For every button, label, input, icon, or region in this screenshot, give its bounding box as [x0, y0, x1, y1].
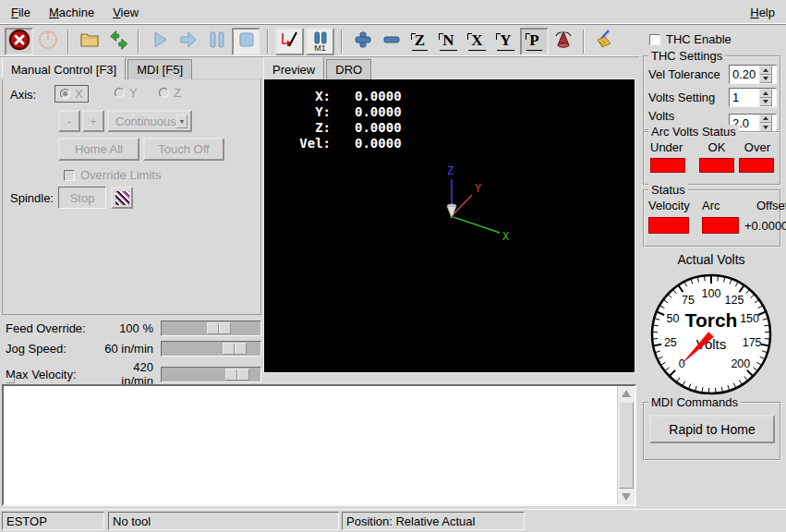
slider-thumb[interactable] — [207, 322, 231, 334]
gcode-scrollbar[interactable] — [617, 386, 635, 504]
spindle-stop-button[interactable]: Stop — [58, 187, 106, 209]
toolbar-separator — [583, 30, 585, 54]
tool-status: No tool — [108, 512, 339, 530]
gauge-dial: 0255075100125150175200TorchVolts — [646, 269, 777, 400]
slider-thumb[interactable] — [223, 343, 247, 355]
spin-down-button[interactable] — [759, 98, 772, 107]
max-velocity-slider[interactable] — [161, 367, 261, 382]
reload-icon — [107, 29, 129, 54]
left-tab-bar: Manual Control [F3] MDI [F5] — [2, 58, 194, 79]
axis-radio-y[interactable]: Y — [110, 85, 142, 101]
jog-minus-button[interactable]: - — [58, 110, 80, 132]
under-indicator — [650, 158, 685, 173]
arrow-up-icon — [763, 116, 768, 120]
scroll-down-button[interactable] — [618, 490, 635, 504]
tab-dro[interactable]: DRO — [326, 59, 371, 79]
chevron-down-icon: ▼ — [176, 115, 187, 128]
feed-override-row: Feed Override: 100 % — [4, 320, 261, 336]
preview-canvas[interactable]: X:0.0000 Y:0.0000 Z:0.0000 Vel:0.0000 Z … — [263, 79, 635, 373]
pane-sash-grip[interactable] — [6, 378, 15, 383]
svg-text:125: 125 — [725, 294, 744, 307]
menu-machine[interactable]: Machine — [40, 2, 103, 23]
checkbox-icon — [64, 170, 75, 181]
mdi-commands-title: MDI Commands — [648, 395, 741, 409]
view-perspective-icon: P — [526, 31, 542, 51]
view-z-button[interactable]: Z — [405, 28, 434, 55]
slider-thumb[interactable] — [225, 369, 249, 381]
skip-lines-toggle[interactable] — [275, 28, 304, 55]
dro-x-value: 0.0000 — [355, 89, 402, 104]
stop-square-icon — [236, 29, 258, 54]
axis-radio-x[interactable]: X — [54, 85, 89, 103]
scrollbar-thumb[interactable] — [619, 402, 634, 489]
reload-button[interactable] — [103, 28, 132, 55]
menu-help[interactable]: Help — [741, 2, 784, 23]
zoom-in-button[interactable] — [348, 28, 377, 55]
tab-manual-control[interactable]: Manual Control [F3] — [2, 57, 126, 79]
mdi-commands-group: MDI Commands Rapid to Home — [643, 402, 781, 461]
open-file-button[interactable] — [75, 28, 103, 55]
svg-text:75: 75 — [682, 294, 695, 307]
view-z-rotated-button[interactable]: N — [434, 28, 463, 55]
spin-arrows — [759, 66, 772, 83]
svg-text:200: 200 — [731, 357, 750, 370]
dro-row-vel: Vel:0.0000 — [288, 136, 402, 151]
gcode-listing[interactable] — [2, 384, 636, 506]
svg-text:0: 0 — [679, 357, 685, 370]
touch-off-button[interactable]: Touch Off — [143, 138, 224, 161]
menu-view[interactable]: View — [103, 2, 148, 23]
menu-help-label: Help — [750, 6, 775, 19]
preview-panel: Preview DRO X:0.0000 Y:0.0000 Z:0.0000 V… — [263, 58, 636, 374]
view-z-rotated-icon: N — [439, 31, 457, 51]
feed-override-value: 100 % — [100, 321, 161, 335]
view-y-button[interactable]: Y — [491, 28, 520, 55]
scroll-up-button[interactable] — [618, 386, 635, 401]
home-all-button[interactable]: Home All — [58, 138, 139, 161]
rapid-to-home-button[interactable]: Rapid to Home — [649, 415, 775, 443]
axis-label: Axis: — [10, 88, 36, 102]
spin-up-button[interactable] — [759, 89, 772, 98]
vel-tolerance-input[interactable] — [730, 66, 759, 83]
step-button[interactable] — [174, 28, 202, 55]
spin-arrows — [759, 115, 772, 132]
arc-label: Arc — [702, 199, 744, 212]
feed-override-slider[interactable] — [161, 320, 261, 336]
spin-up-button[interactable] — [759, 115, 772, 124]
axis-radio-z[interactable]: Z — [154, 85, 186, 101]
arrow-down-icon — [622, 493, 631, 501]
machine-power-button[interactable] — [33, 28, 62, 55]
volts-setting-input[interactable] — [730, 89, 759, 106]
clear-plot-button[interactable] — [590, 28, 619, 55]
tab-preview[interactable]: Preview — [263, 57, 324, 79]
tab-mdi[interactable]: MDI [F5] — [127, 59, 192, 79]
optional-stop-m1-toggle[interactable]: M1 — [306, 28, 334, 55]
axis-radio-x-label: X — [75, 87, 83, 101]
jog-plus-button[interactable]: + — [82, 110, 104, 132]
menu-file-label: File — [11, 6, 30, 19]
stop-button[interactable] — [232, 28, 260, 55]
run-button[interactable] — [145, 28, 174, 55]
vel-tolerance-row: Vel Tolerance — [645, 63, 780, 86]
view-perspective-button[interactable]: P — [520, 28, 549, 55]
pause-button[interactable] — [202, 28, 231, 55]
svg-text:150: 150 — [740, 312, 759, 325]
thc-enable-checkbox[interactable]: THC Enable — [649, 32, 732, 46]
rotate-view-button[interactable] — [549, 28, 577, 55]
offset-label: Offset — [744, 199, 786, 212]
spin-up-button[interactable] — [759, 66, 772, 75]
z-axis-label: Z — [447, 164, 453, 177]
estop-button[interactable] — [5, 28, 33, 55]
volts-setting-spinbox — [729, 88, 777, 107]
jog-speed-slider[interactable] — [161, 341, 261, 357]
spindle-brake-icon — [115, 191, 129, 205]
spin-down-button[interactable] — [759, 75, 772, 84]
override-limits-checkbox[interactable]: Override Limits — [64, 168, 161, 182]
spindle-brake-button[interactable] — [111, 187, 133, 209]
status-title: Status — [648, 183, 688, 197]
spin-arrows — [759, 89, 772, 106]
menu-file[interactable]: File — [2, 2, 40, 23]
view-x-button[interactable]: X — [463, 28, 491, 55]
zoom-out-button[interactable] — [377, 28, 405, 55]
jog-mode-select[interactable]: Continuous ▼ — [107, 110, 192, 132]
dro-z-label: Z: — [288, 120, 331, 136]
